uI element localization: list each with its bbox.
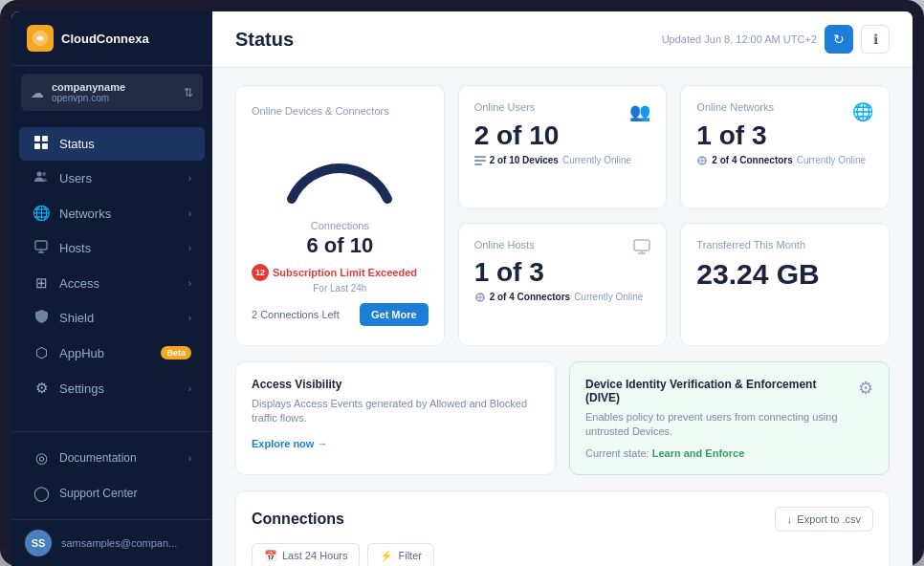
sidebar-item-support[interactable]: ◯ Support Center <box>19 476 205 511</box>
filter-icon: ⚡ <box>380 550 393 562</box>
online-users-sub-devices: 2 of 10 Devices <box>490 155 559 165</box>
online-hosts-sub-connectors: 2 of 4 Connectors <box>490 292 570 302</box>
company-name: companyname <box>52 81 176 93</box>
dive-state-link[interactable]: Learn and Enforce <box>652 447 745 459</box>
online-networks-label: Online Networks <box>696 101 774 113</box>
svg-rect-11 <box>474 160 486 162</box>
sidebar-item-networks-label: Networks <box>59 207 179 221</box>
sidebar-bottom: ◎ Documentation › ◯ Support Center <box>11 431 212 519</box>
online-networks-card: Online Networks 🌐 1 of 3 2 of 4 Connecto… <box>680 85 890 209</box>
stats-grid: Online Devices & Connectors Connections <box>235 85 890 346</box>
sidebar-item-documentation[interactable]: ◎ Documentation › <box>19 441 205 475</box>
explore-now-link[interactable]: Explore now → <box>252 438 327 449</box>
info-cards: Access Visibility Displays Access Events… <box>235 361 890 475</box>
gauge-sub-label: Connections <box>311 220 369 231</box>
sidebar-item-status[interactable]: Status <box>19 127 205 161</box>
documentation-chevron-icon: › <box>188 453 191 464</box>
export-icon: ↓ <box>787 513 793 525</box>
dive-state-label: Current state: <box>585 447 649 459</box>
main-content: Status Updated Jun 8, 12:00 AM UTC+2 ↻ ℹ <box>212 11 913 566</box>
transferred-card: Transferred This Month 23.24 GB <box>680 223 890 346</box>
refresh-icon: ↻ <box>833 32 845 47</box>
sidebar-item-access[interactable]: ⊞ Access › <box>19 266 205 300</box>
gauge-value: 6 of 10 <box>306 233 373 258</box>
online-users-header: Online Users 👥 <box>474 101 651 122</box>
sidebar-item-shield-label: Shield <box>59 311 179 325</box>
gauge-svg <box>277 132 402 208</box>
time-filter-label: Last 24 Hours <box>282 550 347 561</box>
laptop-shell: CloudConnexa ☁ companyname openvpn.com ⇅ <box>0 0 924 566</box>
access-visibility-card: Access Visibility Displays Access Events… <box>235 361 556 475</box>
online-hosts-label: Online Hosts <box>474 239 535 250</box>
dashboard-body: Online Devices & Connectors Connections <box>212 68 913 566</box>
dive-state: Current state: Learn and Enforce <box>585 447 850 459</box>
info-button[interactable]: ℹ <box>861 25 890 54</box>
calendar-icon: 📅 <box>264 550 277 562</box>
sidebar-item-apphub[interactable]: ⬡ AppHub Beta <box>19 336 205 370</box>
cloud-icon: ☁ <box>31 85 44 100</box>
users-stat-icon: 👥 <box>629 101 650 122</box>
get-more-button[interactable]: Get More <box>360 303 429 326</box>
sidebar-item-hosts-label: Hosts <box>59 241 179 255</box>
online-networks-sub-text: Currently Online <box>797 155 866 165</box>
page-title: Status <box>235 29 294 51</box>
gauge-label: Connections 6 of 10 <box>306 216 373 258</box>
online-hosts-sub-text: Currently Online <box>574 292 643 302</box>
online-networks-header: Online Networks 🌐 <box>696 101 873 122</box>
company-info: companyname openvpn.com <box>52 81 176 103</box>
online-networks-sub-connectors: 2 of 4 Connectors <box>712 155 792 165</box>
company-domain: openvpn.com <box>52 93 176 103</box>
info-icon: ℹ <box>873 32 878 47</box>
sidebar-item-hosts[interactable]: Hosts › <box>19 231 205 265</box>
alert-row: 12 Subscription Limit Exceeded <box>252 264 429 281</box>
dive-settings-icon[interactable]: ⚙ <box>858 378 873 399</box>
access-visibility-desc: Displays Access Events generated by Allo… <box>252 397 539 426</box>
svg-rect-12 <box>474 163 482 165</box>
logo-icon <box>27 25 54 52</box>
online-networks-value: 1 of 3 <box>696 122 873 149</box>
access-icon: ⊞ <box>33 274 50 292</box>
user-bar: SS samsamples@compan... <box>11 519 212 566</box>
online-users-sub: 2 of 10 Devices Currently Online <box>474 155 651 165</box>
gauge-container <box>277 132 402 208</box>
shield-chevron-icon: › <box>188 313 191 323</box>
sidebar-item-users-label: Users <box>59 171 179 185</box>
status-icon <box>33 136 50 152</box>
online-hosts-value: 1 of 3 <box>474 259 651 286</box>
app-name: CloudConnexa <box>61 32 149 46</box>
sidebar-item-networks[interactable]: 🌐 Networks › <box>19 196 205 230</box>
filter-button[interactable]: ⚡ Filter <box>367 543 433 566</box>
sidebar-item-apphub-label: AppHub <box>59 346 151 360</box>
transferred-label: Transferred This Month <box>696 239 873 250</box>
connections-row: 2 Connections Left Get More <box>252 303 429 326</box>
sidebar-item-shield[interactable]: Shield › <box>19 301 205 335</box>
sidebar-logo: CloudConnexa <box>11 11 212 66</box>
time-filter-button[interactable]: 📅 Last 24 Hours <box>252 543 360 566</box>
company-chevron-icon: ⇅ <box>184 86 193 99</box>
sidebar-item-settings-label: Settings <box>59 381 179 396</box>
company-selector[interactable]: ☁ companyname openvpn.com ⇅ <box>21 74 203 111</box>
sidebar: CloudConnexa ☁ companyname openvpn.com ⇅ <box>11 11 212 566</box>
users-icon <box>33 170 50 186</box>
sidebar-item-users[interactable]: Users › <box>19 162 205 195</box>
networks-chevron-icon: › <box>188 208 191 219</box>
dive-card-header: Device Identity Verification & Enforceme… <box>585 378 873 459</box>
connections-section: Connections ↓ Export to .csv 📅 Last 24 H… <box>235 490 890 566</box>
sidebar-item-access-label: Access <box>59 276 179 291</box>
settings-icon: ⚙ <box>33 380 50 397</box>
main-header: Status Updated Jun 8, 12:00 AM UTC+2 ↻ ℹ <box>212 11 913 68</box>
alert-text: Subscription Limit Exceeded <box>273 267 417 278</box>
svg-rect-16 <box>634 240 649 250</box>
online-hosts-sub: 2 of 4 Connectors Currently Online <box>474 292 651 302</box>
sidebar-item-settings[interactable]: ⚙ Settings › <box>19 371 205 405</box>
refresh-button[interactable]: ↻ <box>825 25 853 54</box>
sidebar-item-support-label: Support Center <box>59 487 191 500</box>
header-right: Updated Jun 8, 12:00 AM UTC+2 ↻ ℹ <box>662 25 890 54</box>
export-button[interactable]: ↓ Export to .csv <box>775 507 873 532</box>
online-hosts-header: Online Hosts <box>474 239 651 259</box>
hosts-icon <box>33 240 50 256</box>
access-chevron-icon: › <box>188 278 191 289</box>
networks-icon: 🌐 <box>33 205 50 222</box>
user-email: samsamples@compan... <box>61 537 177 549</box>
networks-stat-icon: 🌐 <box>852 101 873 122</box>
